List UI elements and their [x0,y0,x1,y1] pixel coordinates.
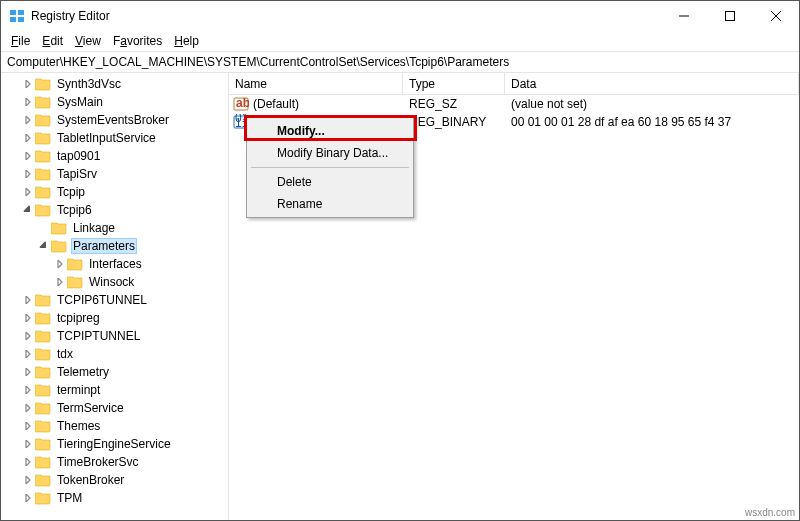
folder-icon [35,293,51,307]
folder-icon [35,491,51,505]
chevron-right-icon[interactable] [21,293,35,307]
tree-item[interactable]: tdx [1,345,228,363]
menu-favorites[interactable]: Favorites [107,32,168,50]
minimize-button[interactable] [661,1,707,31]
list-row[interactable]: ab(Default)REG_SZ(value not set) [229,95,799,113]
tree-item[interactable]: tcpipreg [1,309,228,327]
tree-item[interactable]: Interfaces [1,255,228,273]
tree-item[interactable]: TieringEngineService [1,435,228,453]
column-type[interactable]: Type [403,73,505,94]
tree-item-label: TieringEngineService [55,436,173,452]
tree-item-label: Tcpip [55,184,87,200]
tree-item[interactable]: TCPIP6TUNNEL [1,291,228,309]
folder-icon [35,149,51,163]
address-path: Computer\HKEY_LOCAL_MACHINE\SYSTEM\Curre… [7,55,509,69]
folder-icon [35,437,51,451]
menu-view[interactable]: View [69,32,107,50]
folder-icon [35,365,51,379]
chevron-right-icon[interactable] [21,167,35,181]
tree-item-label: Winsock [87,274,136,290]
tree-item[interactable]: TapiSrv [1,165,228,183]
chevron-right-icon[interactable] [21,329,35,343]
menu-help[interactable]: Help [168,32,205,50]
tree-item[interactable]: TermService [1,399,228,417]
chevron-right-icon[interactable] [21,131,35,145]
folder-icon [67,257,83,271]
tree-item[interactable]: TimeBrokerSvc [1,453,228,471]
chevron-right-icon[interactable] [21,185,35,199]
tree-item[interactable]: Parameters [1,237,228,255]
tree-item[interactable]: Telemetry [1,363,228,381]
chevron-right-icon[interactable] [21,347,35,361]
column-data[interactable]: Data [505,73,799,94]
list-header: Name Type Data [229,73,799,95]
value-name: (Default) [253,97,299,111]
context-rename[interactable]: Rename [249,193,411,215]
folder-icon [35,167,51,181]
folder-icon [51,221,67,235]
svg-rect-0 [10,10,16,15]
tree-item-label: Parameters [71,238,137,254]
menu-edit[interactable]: Edit [36,32,69,50]
chevron-down-icon[interactable] [21,203,35,217]
tree-item[interactable]: Tcpip [1,183,228,201]
chevron-right-icon[interactable] [53,275,67,289]
chevron-down-icon[interactable] [37,239,51,253]
chevron-right-icon[interactable] [21,383,35,397]
tree-item[interactable]: tap0901 [1,147,228,165]
chevron-right-icon[interactable] [21,149,35,163]
chevron-right-icon[interactable] [53,257,67,271]
chevron-right-icon[interactable] [21,401,35,415]
chevron-right-icon[interactable] [21,365,35,379]
tree-item-label: TCPIPTUNNEL [55,328,142,344]
tree-item[interactable]: TCPIPTUNNEL [1,327,228,345]
chevron-right-icon[interactable] [21,311,35,325]
chevron-right-icon [37,221,51,235]
context-menu: Modify... Modify Binary Data... Delete R… [246,117,414,218]
tree-item-label: TPM [55,490,84,506]
address-bar[interactable]: Computer\HKEY_LOCAL_MACHINE\SYSTEM\Curre… [1,51,799,73]
chevron-right-icon[interactable] [21,437,35,451]
column-name[interactable]: Name [229,73,403,94]
folder-icon [35,77,51,91]
string-value-icon: ab [233,96,249,112]
maximize-button[interactable] [707,1,753,31]
tree-item[interactable]: SysMain [1,93,228,111]
chevron-right-icon[interactable] [21,95,35,109]
tree-item-label: SystemEventsBroker [55,112,171,128]
folder-icon [35,347,51,361]
menu-bar: File Edit View Favorites Help [1,31,799,51]
tree-item[interactable]: terminpt [1,381,228,399]
tree-item-label: Interfaces [87,256,144,272]
value-type: REG_SZ [403,97,505,111]
tree-item-label: TokenBroker [55,472,126,488]
close-button[interactable] [753,1,799,31]
folder-icon [35,329,51,343]
tree-item[interactable]: Themes [1,417,228,435]
tree-item[interactable]: Winsock [1,273,228,291]
tree-item-label: Themes [55,418,102,434]
context-delete[interactable]: Delete [249,171,411,193]
chevron-right-icon[interactable] [21,473,35,487]
folder-icon [35,95,51,109]
menu-file[interactable]: File [5,32,36,50]
tree-item[interactable]: TPM [1,489,228,507]
tree-item[interactable]: TokenBroker [1,471,228,489]
tree-item[interactable]: Synth3dVsc [1,75,228,93]
chevron-right-icon[interactable] [21,419,35,433]
context-modify-binary[interactable]: Modify Binary Data... [249,142,411,164]
chevron-right-icon[interactable] [21,491,35,505]
tree-item[interactable]: Linkage [1,219,228,237]
chevron-right-icon[interactable] [21,113,35,127]
context-modify[interactable]: Modify... [249,120,411,142]
folder-icon [35,185,51,199]
folder-icon [35,383,51,397]
chevron-right-icon[interactable] [21,77,35,91]
title-bar[interactable]: Registry Editor [1,1,799,31]
tree-view[interactable]: Synth3dVscSysMainSystemEventsBrokerTable… [1,73,229,520]
chevron-right-icon[interactable] [21,455,35,469]
tree-item[interactable]: TabletInputService [1,129,228,147]
tree-item[interactable]: SystemEventsBroker [1,111,228,129]
tree-item-label: TapiSrv [55,166,99,182]
tree-item[interactable]: Tcpip6 [1,201,228,219]
